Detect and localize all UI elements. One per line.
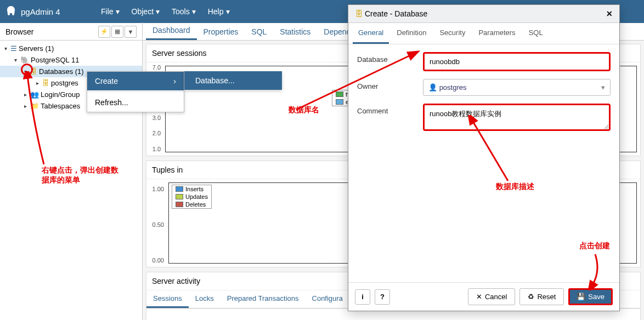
- cancel-button[interactable]: ✕Cancel: [468, 288, 515, 305]
- grid-icon[interactable]: ▦: [111, 26, 123, 38]
- filter-icon[interactable]: ▼: [125, 26, 137, 38]
- chevron-down-icon: ▾: [226, 7, 230, 16]
- database-name-input[interactable]: [423, 52, 611, 71]
- create-database-dialog: 🗄 Create - Database ✕ General Definition…: [348, 4, 620, 311]
- elephant-icon: 🐘: [20, 56, 29, 64]
- y-tick: 3.0: [152, 115, 161, 121]
- info-button[interactable]: i: [355, 289, 370, 305]
- browser-panel-header: Browser ⚡ ▦ ▼: [0, 22, 143, 41]
- servers-icon: ☰: [10, 44, 17, 53]
- database-icon: 🗄: [30, 67, 37, 76]
- database-icon: 🗄: [42, 79, 49, 87]
- menu-tools[interactable]: Tools▾: [167, 4, 200, 19]
- ctx-refresh[interactable]: Refresh...: [87, 93, 184, 112]
- y-tick: 2.0: [152, 130, 161, 136]
- users-icon: 👥: [30, 90, 39, 99]
- y-tick: 1.00: [152, 186, 164, 192]
- dialog-titlebar: 🗄 Create - Database ✕: [348, 5, 619, 23]
- activity-tab-config[interactable]: Configura: [306, 290, 349, 308]
- legend-swatch: [176, 186, 183, 192]
- label-owner: Owner: [357, 79, 417, 90]
- close-icon: ✕: [476, 293, 482, 301]
- dtab-definition[interactable]: Definition: [391, 23, 432, 44]
- legend-label: Updates: [185, 193, 208, 200]
- legend-label: Inserts: [185, 186, 204, 192]
- legend-label: Deletes: [185, 201, 206, 208]
- dtab-parameters[interactable]: Parameters: [473, 23, 521, 44]
- recycle-icon: ♻: [528, 293, 534, 301]
- tab-sql[interactable]: SQL: [245, 24, 273, 40]
- activity-tab-locks[interactable]: Locks: [189, 290, 221, 308]
- legend-swatch: [176, 194, 183, 199]
- owner-select[interactable]: 👤 postgres ▾: [423, 79, 611, 96]
- label-comment: Comment: [357, 104, 417, 115]
- browser-label: Browser: [5, 27, 33, 36]
- activity-tab-sessions[interactable]: Sessions: [146, 290, 189, 308]
- dtab-security[interactable]: Security: [434, 23, 471, 44]
- dialog-footer: i ? ✕Cancel ♻Reset 💾Save: [348, 282, 619, 311]
- context-menu: Create › Refresh...: [87, 71, 184, 112]
- chevron-down-icon: ▾: [601, 83, 605, 92]
- legend-swatch: [336, 99, 343, 105]
- legend-swatch: [176, 202, 183, 207]
- comment-input[interactable]: runoob教程数据库实例: [423, 104, 611, 131]
- app-title: pgAdmin 4: [21, 7, 60, 16]
- tab-dashboard[interactable]: Dashboard: [146, 22, 197, 40]
- y-tick: 1.0: [152, 146, 161, 152]
- activity-tab-prepared[interactable]: Prepared Transactions: [221, 290, 306, 308]
- menu-object[interactable]: Object▾: [127, 4, 164, 19]
- dtab-general[interactable]: General: [353, 23, 389, 44]
- chevron-right-icon: ›: [173, 77, 176, 85]
- reset-button[interactable]: ♻Reset: [519, 288, 564, 305]
- dtab-sql[interactable]: SQL: [523, 23, 549, 44]
- y-tick: 7.0: [152, 64, 161, 71]
- elephant-icon: [4, 5, 18, 18]
- ctx-create-database[interactable]: Database...: [184, 71, 282, 90]
- menu-bar: File▾ Object▾ Tools▾ Help▾: [97, 4, 234, 19]
- bolt-icon[interactable]: ⚡: [98, 26, 110, 38]
- legend-swatch: [336, 92, 343, 97]
- context-submenu: Database...: [184, 71, 282, 90]
- tab-properties[interactable]: Properties: [197, 24, 245, 40]
- user-icon: 👤: [428, 83, 437, 92]
- folder-icon: 📁: [30, 102, 39, 110]
- tab-statistics[interactable]: Statistics: [273, 24, 317, 40]
- menu-help[interactable]: Help▾: [204, 4, 234, 19]
- separator: [87, 92, 184, 92]
- dialog-tabs: General Definition Security Parameters S…: [348, 23, 619, 44]
- tree-servers[interactable]: ▾☰Servers (1): [0, 43, 142, 54]
- ctx-create[interactable]: Create ›: [87, 72, 184, 90]
- save-button[interactable]: 💾Save: [568, 288, 613, 305]
- close-icon[interactable]: ✕: [606, 9, 613, 18]
- menu-file[interactable]: File▾: [97, 4, 124, 19]
- save-icon: 💾: [577, 293, 585, 301]
- chevron-down-icon: ▾: [116, 7, 120, 16]
- chevron-down-icon: ▾: [192, 7, 196, 16]
- label-database: Database: [357, 52, 417, 64]
- tree-postgresql[interactable]: ▾🐘PostgreSQL 11: [0, 54, 142, 66]
- app-logo: pgAdmin 4: [4, 5, 92, 18]
- database-icon: 🗄: [355, 9, 363, 18]
- y-tick: 0.00: [152, 257, 164, 264]
- dialog-title: Create - Database: [365, 9, 427, 18]
- y-tick: 0.50: [152, 221, 164, 228]
- dialog-body: Database Owner 👤 postgres ▾ Comment runo…: [348, 44, 619, 282]
- chevron-down-icon: ▾: [156, 7, 160, 16]
- help-button[interactable]: ?: [375, 289, 390, 305]
